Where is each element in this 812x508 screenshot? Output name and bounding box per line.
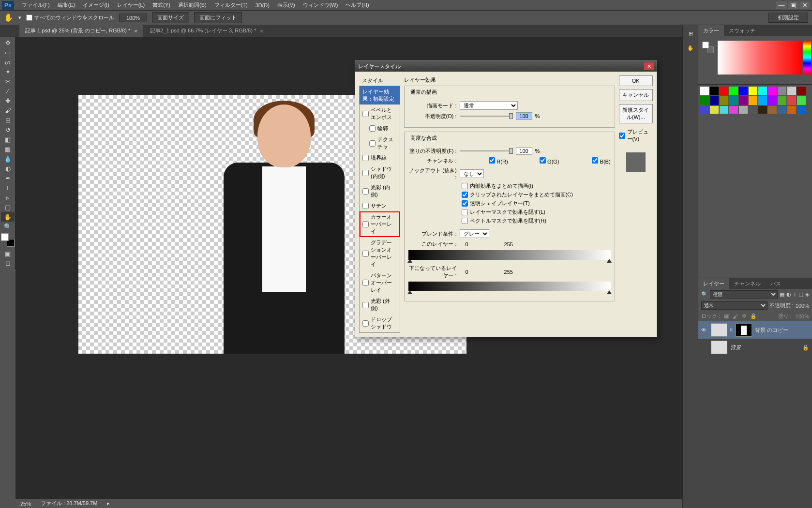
swatch-cell[interactable] <box>720 106 728 114</box>
style-item[interactable]: ベベルとエンボス <box>360 105 400 123</box>
marquee-tool[interactable]: ▭ <box>1 47 15 57</box>
fill-value[interactable]: 100% <box>796 314 809 319</box>
stamp-tool[interactable]: ⊞ <box>1 115 15 125</box>
swatch-cell[interactable] <box>700 106 709 114</box>
color-panel-tab[interactable]: カラー <box>698 25 724 36</box>
opacity-value[interactable]: 100% <box>796 303 809 309</box>
channels-panel-tab[interactable]: チャンネル <box>729 278 766 289</box>
opacity-input[interactable] <box>516 112 532 120</box>
status-file-info[interactable]: ファイル : 28.7M/59.7M <box>41 500 97 507</box>
minimize-button[interactable]: — <box>776 1 787 9</box>
layer-name[interactable]: 背景 のコピー <box>755 327 788 334</box>
layer-mask-hides-checkbox[interactable]: レイヤーマスクで効果を隠す(L) <box>462 209 611 216</box>
swatch-cell[interactable] <box>700 96 709 105</box>
swatch-cell[interactable] <box>729 96 738 105</box>
swatch-cell[interactable] <box>720 87 728 95</box>
swatch-cell[interactable] <box>749 96 757 105</box>
link-icon[interactable]: ⎘ <box>730 328 733 332</box>
opacity-slider[interactable] <box>460 113 513 120</box>
transparency-shapes-checkbox[interactable]: 透明シェイプレイヤー(T) <box>462 200 611 207</box>
style-item[interactable]: パターンオーバーレイ <box>360 270 400 296</box>
shape-tool[interactable]: ▢ <box>1 202 15 212</box>
layer-mask-thumbnail[interactable] <box>736 323 752 337</box>
swatch-cell[interactable] <box>739 96 748 105</box>
layer-name[interactable]: 背景 <box>730 344 741 351</box>
color-mini-swatch[interactable] <box>702 42 714 53</box>
this-layer-slider[interactable] <box>408 250 611 260</box>
status-arrow-icon[interactable]: ▸ <box>107 500 110 507</box>
swatch-cell[interactable] <box>778 96 786 105</box>
style-item[interactable]: 境界線 <box>360 152 400 164</box>
foreground-color[interactable] <box>1 233 9 241</box>
channel-g-checkbox[interactable]: G(G) <box>511 157 559 164</box>
visibility-icon[interactable]: 👁 <box>701 327 708 333</box>
style-item[interactable]: 光彩 (内側) <box>360 182 400 200</box>
actual-pixels-button[interactable]: 画面サイズ <box>152 12 189 23</box>
swatch-cell[interactable] <box>710 96 719 105</box>
history-brush-tool[interactable]: ↺ <box>1 125 15 134</box>
healing-tool[interactable]: ✚ <box>1 96 15 105</box>
swatch-cell[interactable] <box>749 106 757 114</box>
blend-clipped-checkbox[interactable]: クリップされたレイヤーをまとめて描画(C) <box>462 191 611 198</box>
dock-icon-1[interactable]: ⊞ <box>684 27 697 40</box>
hand-tool[interactable]: ✋ <box>1 212 15 222</box>
zoom-display[interactable]: 100% <box>119 14 147 22</box>
swatch-cell[interactable] <box>778 87 786 95</box>
layer-row[interactable]: 👁 ⎘ 背景 のコピー <box>698 321 812 339</box>
preview-checkbox[interactable]: プレビュー(V) <box>619 128 653 143</box>
lasso-tool[interactable]: ᔕ <box>1 57 15 67</box>
type-tool[interactable]: T <box>1 183 15 193</box>
swatch-cell[interactable] <box>710 87 719 95</box>
color-swatches[interactable] <box>1 233 15 247</box>
blend-mode-select[interactable]: 通常 <box>701 301 767 310</box>
channel-r-checkbox[interactable]: R(R) <box>460 157 508 164</box>
filter-shape-icon[interactable]: ▢ <box>798 291 803 298</box>
swatch-cell[interactable] <box>739 87 748 95</box>
fill-opacity-input[interactable] <box>516 147 532 155</box>
filter-adjust-icon[interactable]: ◐ <box>786 291 791 298</box>
lock-all-icon[interactable]: 🔒 <box>750 313 757 319</box>
style-item[interactable]: グラデーションオーバーレイ <box>360 237 400 270</box>
style-item[interactable]: ドロップシャドウ <box>360 314 400 332</box>
swatch-cell[interactable] <box>797 106 806 114</box>
quick-mask-tool[interactable]: ▣ <box>1 249 15 258</box>
ok-button[interactable]: OK <box>619 75 653 86</box>
knockout-select[interactable]: なし <box>460 169 484 178</box>
swatch-cell[interactable] <box>778 106 786 114</box>
menu-layer[interactable]: レイヤー(L) <box>113 0 149 10</box>
crop-tool[interactable]: ✂ <box>1 76 15 86</box>
swatches-panel-tab[interactable]: スウォッチ <box>724 25 760 36</box>
blendif-select[interactable]: グレー <box>460 229 489 238</box>
menu-help[interactable]: ヘルプ(H) <box>342 0 373 10</box>
pen-tool[interactable]: ✒ <box>1 173 15 183</box>
swatch-cell[interactable] <box>787 87 796 95</box>
channel-b-checkbox[interactable]: B(B) <box>562 157 611 164</box>
fill-opacity-slider[interactable] <box>460 148 513 154</box>
swatch-cell[interactable] <box>787 96 796 105</box>
scroll-all-checkbox[interactable]: すべてのウィンドウをスクロール <box>26 14 114 21</box>
gradient-tool[interactable]: ▦ <box>1 144 15 154</box>
tab-close-icon[interactable]: × <box>260 28 263 34</box>
vector-mask-hides-checkbox[interactable]: ベクトルマスクで効果を隠す(H) <box>462 217 611 224</box>
layer-row[interactable]: 背景 🔒 <box>698 339 812 356</box>
blur-tool[interactable]: 💧 <box>1 154 15 164</box>
color-field[interactable] <box>718 41 802 75</box>
swatch-cell[interactable] <box>758 87 767 95</box>
swatch-cell[interactable] <box>700 87 709 95</box>
zoom-tool[interactable]: 🔍 <box>1 222 15 231</box>
menu-edit[interactable]: 編集(E) <box>54 0 79 10</box>
layer-kind-select[interactable]: 種類 <box>710 290 778 299</box>
swatch-cell[interactable] <box>787 106 796 114</box>
swatch-cell[interactable] <box>749 87 757 95</box>
menu-type[interactable]: 書式(Y) <box>149 0 174 10</box>
status-zoom[interactable]: 25% <box>20 501 31 507</box>
layers-panel-tab[interactable]: レイヤー <box>698 278 729 289</box>
blend-mode-select[interactable]: 通常 <box>460 101 518 110</box>
eraser-tool[interactable]: ◧ <box>1 134 15 144</box>
style-item[interactable]: 輪郭 <box>360 123 400 134</box>
cancel-button[interactable]: キャンセル <box>619 89 653 101</box>
lock-position-icon[interactable]: ✥ <box>742 313 746 319</box>
paths-panel-tab[interactable]: パス <box>766 278 786 289</box>
style-item[interactable]: サテン <box>360 200 400 211</box>
menu-file[interactable]: ファイル(F) <box>18 0 54 10</box>
